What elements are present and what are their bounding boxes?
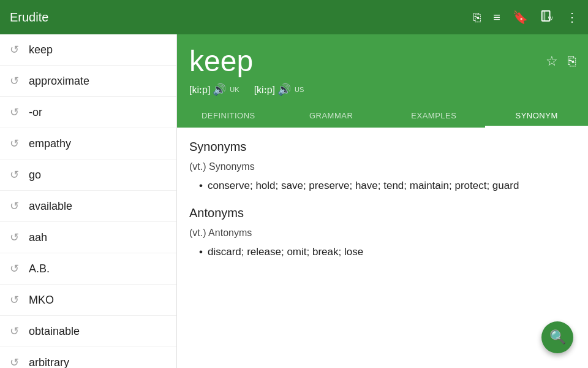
synonyms-section-title: Synonyms — [189, 140, 576, 154]
book-icon[interactable]: ≡ — [493, 10, 500, 25]
sidebar-item-label: keep — [29, 44, 53, 56]
word-header: keep ☆ ⎘ [kiːp] 🔊 UK [kiːp] 🔊 US — [177, 34, 588, 104]
sidebar-item-label: available — [29, 200, 72, 213]
sidebar-item-label: approximate — [29, 75, 89, 88]
sidebar: ↺ keep ↺ approximate ↺ -or ↺ empathy ↺ g… — [0, 34, 177, 368]
sidebar-item-keep[interactable]: ↺ keep — [0, 34, 176, 66]
phonetic-uk-text: [kiːp] — [189, 84, 210, 96]
phonetic-uk-label: UK — [230, 86, 239, 93]
history-icon: ↺ — [10, 168, 19, 182]
antonyms-list: discard; release; omit; break; lose — [189, 243, 576, 260]
sidebar-item-label: empathy — [29, 137, 71, 150]
history-icon: ↺ — [10, 324, 19, 338]
synonyms-subtitle: (vt.) Synonyms — [189, 161, 576, 172]
history-icon: ↺ — [10, 356, 19, 368]
top-bar: Erudite ⎘ ≡ 🔖 W ⋮ — [0, 0, 588, 34]
search-fab[interactable]: 🔍 — [541, 321, 573, 353]
main-container: ↺ keep ↺ approximate ↺ -or ↺ empathy ↺ g… — [0, 34, 588, 368]
svg-rect-1 — [544, 10, 546, 21]
sidebar-item-arbitrary[interactable]: ↺ arbitrary — [0, 347, 176, 368]
phonetic-us: [kiːp] 🔊 US — [254, 83, 304, 96]
antonyms-section-title: Antonyms — [189, 206, 576, 220]
sidebar-item-label: go — [29, 169, 41, 182]
sidebar-item-or[interactable]: ↺ -or — [0, 97, 176, 128]
history-icon: ↺ — [10, 199, 19, 213]
sidebar-item-mko[interactable]: ↺ MKO — [0, 285, 176, 316]
more-icon[interactable]: ⋮ — [566, 10, 578, 25]
sidebar-item-label: obtainable — [29, 325, 80, 338]
sidebar-item-obtainable[interactable]: ↺ obtainable — [0, 316, 176, 347]
word-row: keep ☆ ⎘ — [189, 44, 576, 78]
content-area: Synonyms (vt.) Synonyms conserve; hold; … — [177, 128, 588, 368]
sidebar-item-label: aah — [29, 231, 47, 244]
tab-synonym[interactable]: SYNONYM — [485, 104, 588, 128]
history-icon: ↺ — [10, 43, 19, 56]
sidebar-item-label: arbitrary — [29, 356, 69, 369]
sidebar-item-empathy[interactable]: ↺ empathy — [0, 128, 176, 159]
history-icon: ↺ — [10, 105, 19, 119]
phonetics: [kiːp] 🔊 UK [kiːp] 🔊 US — [189, 78, 576, 104]
sidebar-item-label: A.B. — [29, 263, 50, 275]
history-icon: ↺ — [10, 74, 19, 88]
bookmark-icon[interactable]: 🔖 — [513, 10, 528, 25]
search-icon: 🔍 — [549, 329, 566, 345]
phonetic-us-label: US — [295, 86, 304, 93]
speaker-us-icon[interactable]: 🔊 — [277, 83, 291, 96]
sidebar-item-approximate[interactable]: ↺ approximate — [0, 66, 176, 97]
tab-definitions[interactable]: DEFINITIONS — [177, 104, 280, 128]
synonyms-list: conserve; hold; save; preserve; have; te… — [189, 177, 576, 194]
flashcard-icon[interactable]: ⎘ — [473, 10, 481, 25]
copy-icon[interactable]: ⎘ — [568, 53, 576, 69]
tab-grammar[interactable]: GRAMMAR — [280, 104, 383, 128]
antonyms-subtitle: (vt.) Antonyms — [189, 228, 576, 239]
speaker-uk-icon[interactable]: 🔊 — [213, 83, 226, 96]
sidebar-item-go[interactable]: ↺ go — [0, 159, 176, 191]
history-icon: ↺ — [10, 231, 19, 244]
dictionary-icon[interactable]: W — [540, 9, 554, 26]
phonetic-us-text: [kiːp] — [254, 84, 275, 96]
topbar-icons: ⎘ ≡ 🔖 W ⋮ — [473, 9, 578, 26]
tab-examples[interactable]: EXAMPLES — [383, 104, 486, 128]
tabs: DEFINITIONS GRAMMAR EXAMPLES SYNONYM — [177, 104, 588, 128]
right-panel: keep ☆ ⎘ [kiːp] 🔊 UK [kiːp] 🔊 US — [177, 34, 588, 368]
word-actions: ☆ ⎘ — [546, 53, 576, 69]
phonetic-uk: [kiːp] 🔊 UK — [189, 83, 239, 96]
sidebar-item-available[interactable]: ↺ available — [0, 191, 176, 222]
sidebar-item-label: -or — [29, 106, 42, 119]
word-title: keep — [189, 44, 253, 78]
sidebar-item-label: MKO — [29, 294, 54, 307]
svg-text:W: W — [548, 16, 553, 21]
sidebar-item-ab[interactable]: ↺ A.B. — [0, 253, 176, 285]
star-icon[interactable]: ☆ — [546, 53, 558, 69]
history-icon: ↺ — [10, 262, 19, 275]
sidebar-item-aah[interactable]: ↺ aah — [0, 222, 176, 253]
app-title: Erudite — [10, 10, 473, 25]
history-icon: ↺ — [10, 137, 19, 150]
history-icon: ↺ — [10, 293, 19, 307]
